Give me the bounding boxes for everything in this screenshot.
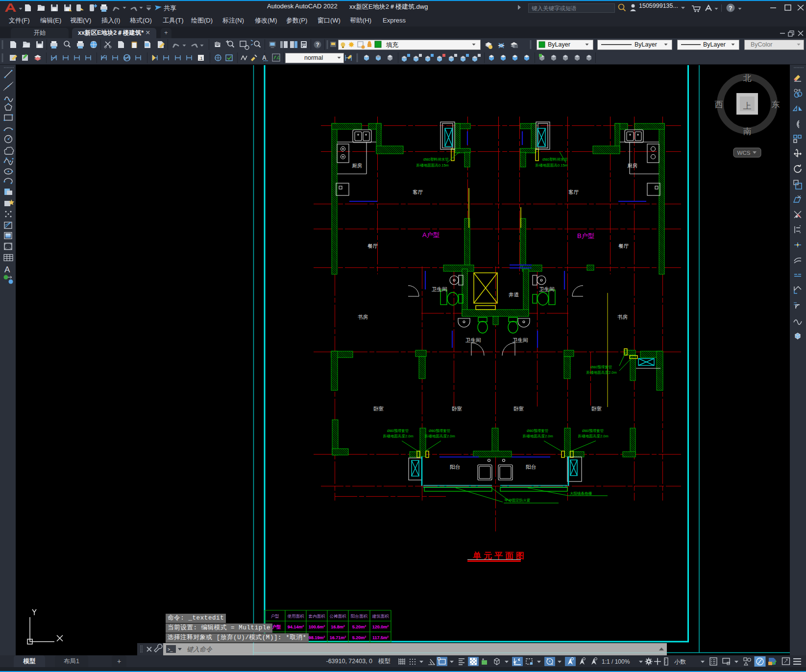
svg-text:小数: 小数 (674, 658, 686, 665)
svg-text:1:1 / 100%: 1:1 / 100% (602, 658, 630, 665)
